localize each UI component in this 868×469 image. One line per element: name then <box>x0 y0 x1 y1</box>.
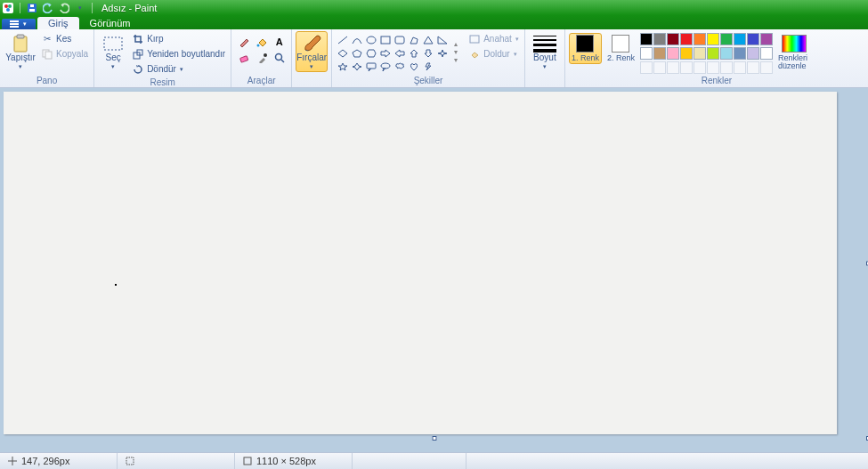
shape-line[interactable] <box>336 34 350 46</box>
pencil-tool[interactable] <box>235 34 252 49</box>
shape-hexagon[interactable] <box>364 47 378 60</box>
brushes-button[interactable]: Fırçalar ▾ <box>296 31 328 72</box>
copy-icon <box>41 48 53 61</box>
rotate-button[interactable]: Döndür ▾ <box>130 61 227 77</box>
qat-save-icon[interactable] <box>25 2 39 14</box>
tab-home[interactable]: Giriş <box>37 17 79 29</box>
fill-tool[interactable] <box>253 34 270 49</box>
color-swatch[interactable] <box>720 33 733 45</box>
size-button[interactable]: Boyut ▾ <box>529 31 561 72</box>
shape-arrow-right[interactable] <box>378 47 393 60</box>
color-swatch[interactable] <box>720 61 733 74</box>
qat-undo-icon[interactable] <box>41 2 55 14</box>
shape-arrow-left[interactable] <box>393 47 407 60</box>
resize-button[interactable]: Yeniden boyutlandır <box>130 46 227 61</box>
picker-tool[interactable] <box>253 50 270 65</box>
color-swatch[interactable] <box>667 61 679 74</box>
resize-handle-bottom[interactable] <box>432 436 436 441</box>
paste-button[interactable]: Yapıştır ▾ <box>4 31 37 72</box>
shape-pentagon[interactable] <box>350 47 364 60</box>
color-swatch[interactable] <box>640 61 653 74</box>
shape-4star[interactable] <box>435 47 450 60</box>
color-swatch[interactable] <box>760 61 773 74</box>
shape-curve[interactable] <box>350 34 364 46</box>
qat-customize-icon[interactable]: ▾ <box>73 2 87 14</box>
outline-button[interactable]: Anahat ▾ <box>466 31 521 46</box>
cut-button[interactable]: ✂ Kes <box>39 31 90 46</box>
shape-diamond[interactable] <box>336 47 350 60</box>
scissors-icon: ✂ <box>41 33 53 45</box>
color-swatch[interactable] <box>747 47 759 60</box>
shapes-expand[interactable]: ▾ <box>450 56 461 64</box>
eraser-tool[interactable] <box>235 50 252 65</box>
svg-rect-27 <box>367 63 376 69</box>
color-swatch[interactable] <box>667 33 679 45</box>
shape-lightning[interactable] <box>421 61 435 73</box>
color-swatch[interactable] <box>707 47 719 60</box>
color-swatch[interactable] <box>707 61 719 74</box>
color-swatch[interactable] <box>760 33 773 45</box>
color-swatch[interactable] <box>694 61 706 74</box>
color2-button[interactable]: 2. Renk <box>604 33 637 64</box>
copy-button[interactable]: Kopyala <box>39 46 90 61</box>
color-swatch[interactable] <box>653 33 666 45</box>
tab-view[interactable]: Görünüm <box>79 17 142 29</box>
color1-button[interactable]: 1. Renk <box>569 33 602 64</box>
shape-5star[interactable] <box>336 61 350 73</box>
edit-colors-button[interactable]: Renkleri düzenle <box>775 33 813 72</box>
group-label-colors: Renkler <box>569 75 864 87</box>
shapes-gallery[interactable] <box>336 31 450 73</box>
shape-callout-rect[interactable] <box>364 61 378 73</box>
size-icon <box>534 34 556 53</box>
shapes-scroll-down[interactable]: ▾ <box>450 48 461 56</box>
svg-rect-15 <box>104 37 122 50</box>
shape-polygon[interactable] <box>407 34 421 46</box>
shape-triangle[interactable] <box>421 34 435 46</box>
color-swatch[interactable] <box>640 33 653 45</box>
color-swatch[interactable] <box>680 33 693 45</box>
crop-button[interactable]: Kırp <box>130 31 227 46</box>
shape-heart[interactable] <box>407 61 421 73</box>
status-canvas-size: 1110 × 528px <box>235 453 353 469</box>
shape-oval[interactable] <box>364 34 378 46</box>
shape-arrow-up[interactable] <box>407 47 421 60</box>
color-swatch[interactable] <box>747 61 759 74</box>
workspace[interactable] <box>0 88 868 452</box>
color-swatch[interactable] <box>667 47 679 60</box>
color-swatch[interactable] <box>653 47 666 60</box>
file-menu[interactable]: ▾ <box>2 19 36 29</box>
shapes-scroll-up[interactable]: ▴ <box>450 40 461 48</box>
canvas[interactable] <box>4 92 837 434</box>
color-swatch[interactable] <box>653 61 666 74</box>
qat-redo-icon[interactable] <box>57 2 71 14</box>
shape-callout-cloud[interactable] <box>393 61 407 73</box>
shape-roundrect[interactable] <box>393 34 407 46</box>
color-swatch[interactable] <box>707 33 719 45</box>
color-swatch[interactable] <box>680 47 693 60</box>
select-button[interactable]: Seç ▾ <box>98 31 128 72</box>
color-swatch[interactable] <box>720 47 733 60</box>
selection-size-icon <box>125 456 135 466</box>
shape-rect[interactable] <box>378 34 393 46</box>
size-label: Boyut <box>533 53 556 63</box>
chevron-down-icon: ▾ <box>180 66 183 73</box>
color-swatch[interactable] <box>694 33 706 45</box>
spectrum-icon <box>782 35 807 53</box>
shape-callout-round[interactable] <box>378 61 393 73</box>
color-swatch[interactable] <box>734 47 746 60</box>
color-swatch[interactable] <box>760 47 773 60</box>
selection-icon <box>102 34 124 53</box>
color-swatch[interactable] <box>694 47 706 60</box>
color-swatch[interactable] <box>747 33 759 45</box>
shape-6star[interactable] <box>350 61 364 73</box>
fill-button[interactable]: Doldur ▾ <box>466 46 521 61</box>
color-swatch[interactable] <box>680 61 693 74</box>
zoom-tool[interactable] <box>271 50 288 65</box>
shape-right-triangle[interactable] <box>435 34 450 46</box>
color-swatch[interactable] <box>640 47 653 60</box>
shape-arrow-down[interactable] <box>421 47 435 60</box>
text-tool[interactable]: A <box>271 34 288 49</box>
group-label-image: Resim <box>98 77 227 89</box>
color-swatch[interactable] <box>734 33 746 45</box>
color-swatch[interactable] <box>734 61 746 74</box>
